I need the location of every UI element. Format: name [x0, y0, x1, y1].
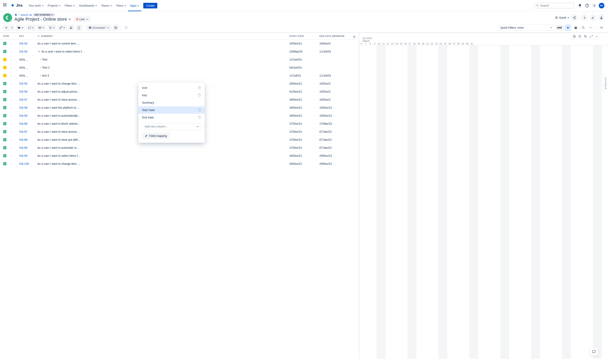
issue-key-link[interactable]: OA-89: [19, 146, 27, 149]
field-mapping-button[interactable]: Field mapping: [142, 133, 170, 139]
issue-key-link[interactable]: OA-58: [19, 106, 27, 109]
trash-icon[interactable]: [198, 94, 201, 97]
issue-key-link[interactable]: OA-87: [19, 130, 27, 133]
nav-item-dashboards[interactable]: Dashboards: [77, 0, 99, 11]
gantt-more-icon[interactable]: [595, 35, 598, 38]
add-dropdown[interactable]: [9, 25, 15, 31]
popover-column-item[interactable]: Icon: [138, 84, 205, 91]
info-icon[interactable]: [581, 14, 588, 21]
popover-column-item[interactable]: Start Date: [138, 106, 205, 114]
trash-icon[interactable]: [198, 108, 201, 112]
days-row: 6789101112131415161718192021222324252627…: [359, 42, 608, 45]
config-button[interactable]: Essentials*: [86, 25, 111, 31]
search-box[interactable]: [534, 3, 574, 8]
gantt-body[interactable]: [359, 45, 608, 359]
table-row[interactable]: AGIL… Test 2 04/Jun/24: [0, 64, 359, 72]
trash-icon[interactable]: [198, 116, 201, 119]
column-settings-icon[interactable]: [352, 34, 357, 40]
search-icon[interactable]: [580, 25, 587, 31]
day-cell: 24: [439, 42, 443, 45]
col-header-key[interactable]: KEY: [19, 35, 37, 37]
layout-button[interactable]: [47, 25, 56, 31]
project-dropdown-icon[interactable]: [68, 18, 71, 21]
table-row[interactable]: OA-99 As a user I want to select items f…: [0, 152, 359, 160]
zoom-out-icon[interactable]: [578, 35, 581, 38]
bolt-icon[interactable]: [565, 25, 571, 31]
col-header-icon[interactable]: ICON: [3, 35, 19, 37]
issue-type-icon: [3, 106, 6, 109]
status-badge[interactable]: NOT STARTED: [33, 13, 55, 16]
infobar-toggle[interactable]: INFOBAR: [603, 73, 608, 94]
app-switcher-icon[interactable]: [3, 3, 8, 8]
nav-item-plans[interactable]: Plans: [114, 0, 128, 11]
end-date-cell: 17/Mar/22: [319, 122, 356, 125]
issue-key-link[interactable]: OA-55: [19, 82, 27, 85]
start-date-cell: 13/May/24: [289, 50, 319, 53]
issue-key-link[interactable]: OA-53: [19, 42, 27, 45]
table-row[interactable]: AGIL… test 3 11/Jul/23 11/Jul/23: [0, 72, 359, 79]
jira-logo[interactable]: Jira: [10, 3, 23, 8]
issue-key-link[interactable]: OA-57: [19, 98, 27, 101]
zoom-in-icon[interactable]: [584, 35, 587, 38]
create-button[interactable]: Create: [143, 3, 157, 8]
expand-icon[interactable]: [590, 35, 593, 38]
nav-item-your-work[interactable]: Your work: [27, 0, 46, 11]
issue-key-link[interactable]: OA-59: [19, 114, 27, 117]
quick-filters-dropdown[interactable]: Quick Filters: none: [498, 25, 554, 31]
add-button[interactable]: [3, 25, 9, 31]
search-input[interactable]: [540, 4, 572, 7]
wrench-icon[interactable]: [590, 14, 596, 21]
collapse-icon[interactable]: [598, 25, 605, 31]
visibility-button[interactable]: [37, 25, 46, 31]
share-icon[interactable]: [571, 14, 578, 21]
user-icon[interactable]: [598, 14, 605, 21]
breadcrumb-agile[interactable]: AGILE-16: [20, 13, 32, 16]
undo-button[interactable]: [123, 25, 129, 31]
more-icon[interactable]: [588, 25, 594, 31]
folder-button[interactable]: [16, 25, 25, 31]
view-switcher[interactable]: Gantt: [555, 16, 569, 19]
target-icon[interactable]: [573, 35, 576, 38]
live-badge[interactable]: Live: [74, 16, 91, 22]
issue-key-link[interactable]: OA-100: [19, 162, 29, 165]
add-column-dropdown[interactable]: Add new column...: [142, 123, 201, 130]
export-button[interactable]: [76, 25, 82, 31]
day-cell: 31: [470, 42, 474, 45]
table-row[interactable]: OA-89 As a user I want to automatic m… 2…: [0, 144, 359, 152]
popover-column-item[interactable]: Key: [138, 91, 205, 99]
notifications-icon[interactable]: [577, 2, 583, 9]
popover-column-item[interactable]: End Date: [138, 114, 205, 121]
issue-key-link[interactable]: OA-99: [19, 154, 27, 157]
issue-key-link[interactable]: OA-88: [19, 138, 27, 141]
table-row[interactable]: AGIL… Test 11/Jun/24: [0, 55, 359, 64]
calendar-icon[interactable]: [572, 25, 579, 31]
minimap-button[interactable]: [590, 348, 598, 356]
nav-item-projects[interactable]: Projects: [46, 0, 63, 11]
user-avatar[interactable]: PK: [598, 2, 605, 9]
table-row[interactable]: OA-54 As a user I want to select items f…: [0, 48, 359, 55]
col-header-end[interactable]: END DATE [MINIMUM]: [319, 35, 356, 37]
end-date-cell: 07/Jan/22: [319, 146, 356, 149]
team-button[interactable]: [68, 25, 74, 31]
issue-key-link[interactable]: OA-54: [19, 50, 27, 53]
svg-point-35: [40, 59, 41, 60]
table-row[interactable]: OA-53 As a user I want to control item ……: [0, 39, 359, 48]
save-button[interactable]: [113, 25, 119, 31]
link-button[interactable]: [58, 25, 67, 31]
sort-button[interactable]: [26, 25, 36, 31]
settings-icon[interactable]: [591, 2, 598, 9]
col-header-summary[interactable]: SUMMARY: [37, 35, 289, 37]
table-row[interactable]: OA-100 As a user I want to change item ……: [0, 160, 359, 168]
issue-key-link[interactable]: OA-86: [19, 122, 27, 125]
col-header-start[interactable]: START DATE: [289, 35, 319, 37]
and-button[interactable]: AND: [555, 25, 564, 30]
chevron-down-icon[interactable]: [37, 50, 41, 53]
issue-key-link[interactable]: OA-56: [19, 90, 27, 93]
nav-item-filters[interactable]: Filters: [63, 0, 77, 11]
popover-column-item[interactable]: Summary: [138, 99, 205, 106]
home-icon[interactable]: [14, 13, 17, 16]
trash-icon[interactable]: [198, 86, 201, 89]
help-icon[interactable]: [584, 2, 590, 9]
nav-item-teams[interactable]: Teams: [99, 0, 114, 11]
nav-item-apps[interactable]: Apps: [128, 0, 141, 11]
